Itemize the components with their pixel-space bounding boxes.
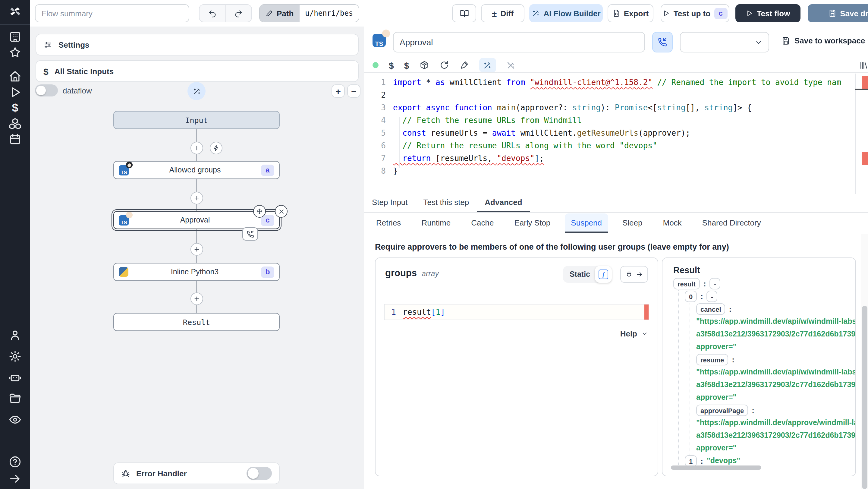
allowed-groups-node-label: Allowed groups — [134, 166, 256, 174]
add-step-button[interactable] — [190, 293, 203, 305]
file-code-icon — [613, 9, 620, 18]
package-icon[interactable] — [419, 60, 429, 70]
reload-icon[interactable] — [439, 60, 449, 70]
subtab-early-stop[interactable]: Early Stop — [508, 213, 556, 233]
code-editor[interactable]: 1import * as wmillClient from "windmill-… — [364, 73, 868, 194]
all-static-inputs-label: All Static Inputs — [55, 67, 114, 76]
groups-expression-editor[interactable]: 1 result[1] — [384, 304, 649, 320]
code-line: 1import * as wmillClient from "windmill-… — [364, 76, 868, 89]
static-toggle[interactable]: Static f — [563, 266, 612, 283]
plus-minus-icon: ± — [492, 8, 497, 19]
ai-assist-wand-icon[interactable] — [479, 58, 496, 72]
workspace-icon[interactable] — [8, 30, 22, 43]
collapse-toggle-chip[interactable]: - — [710, 278, 720, 289]
subtab-cache[interactable]: Cache — [465, 213, 500, 233]
resources-cubes-icon[interactable] — [8, 117, 22, 130]
subtab-shared-directory[interactable]: Shared Directory — [696, 213, 767, 233]
diff-button[interactable]: ± Diff — [481, 4, 524, 22]
json-key-chip: result — [673, 278, 700, 289]
suspend-phone-button[interactable] — [652, 32, 673, 53]
export-button[interactable]: Export — [608, 4, 653, 22]
add-step-button[interactable] — [190, 243, 203, 256]
path-edit-button[interactable]: Path — [260, 5, 300, 22]
variables-dollar-icon[interactable]: $ — [8, 101, 22, 115]
move-step-button[interactable] — [253, 205, 266, 218]
template-select[interactable] — [680, 32, 769, 53]
all-static-inputs-card[interactable]: $ All Static Inputs — [36, 60, 359, 82]
result-tree-row: result:- — [673, 277, 853, 290]
save-to-workspace-button[interactable]: Save to workspace — [781, 36, 865, 45]
add-step-button[interactable] — [190, 142, 203, 154]
step-name-value: Approval — [400, 37, 433, 47]
expand-sidebar-arrow-icon[interactable] — [8, 472, 22, 485]
runs-play-icon[interactable] — [8, 86, 22, 99]
step-name-input[interactable]: Approval — [393, 32, 645, 53]
subtab-retries[interactable]: Retries — [370, 213, 407, 233]
subtab-sleep[interactable]: Sleep — [616, 213, 649, 233]
error-handler-label: Error Handler — [136, 469, 187, 478]
library-icon[interactable] — [859, 61, 868, 70]
error-handler-toggle[interactable] — [247, 467, 272, 480]
dataflow-toggle[interactable] — [35, 84, 58, 96]
workers-robot-icon[interactable] — [8, 371, 22, 384]
indent-guide — [399, 117, 400, 167]
path-value[interactable]: u/henri/bes — [300, 5, 358, 22]
save-icon — [828, 9, 836, 18]
docs-button[interactable] — [452, 4, 476, 22]
connect-plug-button[interactable] — [620, 266, 648, 283]
subtab-suspend[interactable]: Suspend — [565, 213, 608, 233]
ai-flow-builder-button[interactable]: AI Flow Builder — [529, 4, 603, 22]
add-step-button[interactable] — [190, 192, 203, 205]
function-mode-button[interactable]: f — [595, 266, 612, 283]
collapse-toggle-chip[interactable]: - — [707, 291, 717, 302]
audit-eye-icon[interactable] — [8, 413, 22, 426]
tab-step-input[interactable]: Step Input — [364, 193, 415, 212]
json-key-chip: 1 — [685, 455, 697, 467]
home-icon[interactable] — [8, 70, 22, 83]
flow-node-allowed-groups[interactable]: TS Allowed groups a — [113, 161, 280, 179]
tab-advanced[interactable]: Advanced — [477, 193, 530, 212]
typescript-lang-icon: TS — [119, 165, 129, 175]
error-handler-card[interactable]: Error Handler — [113, 462, 280, 484]
delete-step-button[interactable] — [275, 205, 287, 218]
wand-off-icon[interactable] — [506, 61, 515, 70]
favorites-star-icon[interactable] — [8, 46, 22, 59]
flow-ai-wand-button[interactable] — [187, 82, 206, 100]
help-dropdown[interactable]: Help — [620, 329, 648, 338]
schedules-calendar-icon[interactable] — [8, 133, 22, 146]
help-icon[interactable] — [8, 455, 22, 468]
tab-test-this-step[interactable]: Test this step — [415, 193, 477, 212]
variable-picker-icon[interactable]: $ — [389, 60, 394, 70]
suspend-heading: Require approvers to be members of one o… — [375, 242, 857, 251]
flow-node-input[interactable]: Input — [113, 111, 280, 129]
resource-picker-icon[interactable]: $ — [404, 60, 409, 70]
flow-node-inline-python3[interactable]: Inline Python3 b — [113, 263, 280, 281]
subtab-runtime[interactable]: Runtime — [415, 213, 457, 233]
test-flow-button[interactable]: Test flow — [735, 4, 801, 22]
flow-summary-input[interactable]: Flow summary — [35, 4, 189, 22]
windmill-logo-icon[interactable] — [8, 5, 22, 18]
undo-button[interactable] — [199, 5, 226, 22]
save-icon — [781, 36, 790, 45]
folders-icon[interactable] — [8, 392, 22, 405]
json-url-line: "https://app.windmill.dev/api/w/windmill… — [696, 315, 853, 328]
code-line: 2 — [364, 89, 868, 101]
code-line: 8} — [364, 164, 868, 177]
vertical-scrollbar-thumb[interactable] — [862, 306, 867, 489]
zoom-out-button[interactable]: − — [347, 84, 361, 98]
save-draft-button[interactable]: Save draft — [808, 4, 868, 22]
format-paintbrush-icon[interactable] — [459, 60, 469, 70]
approval-node-label: Approval — [134, 216, 256, 224]
flow-settings-card[interactable]: Settings — [36, 34, 359, 56]
horizontal-scrollbar-thumb[interactable] — [671, 465, 761, 470]
users-person-icon[interactable] — [8, 329, 22, 342]
chevron-down-icon — [641, 330, 648, 337]
subtab-mock[interactable]: Mock — [657, 213, 688, 233]
redo-button[interactable] — [226, 5, 251, 22]
flow-node-result[interactable]: Result — [113, 313, 280, 331]
add-trigger-zap-button[interactable] — [210, 142, 222, 154]
settings-gear-icon[interactable] — [8, 350, 22, 363]
zoom-in-button[interactable]: + — [332, 84, 345, 98]
python-lang-icon — [119, 267, 128, 277]
test-up-to-button[interactable]: Test up to c — [661, 4, 730, 22]
